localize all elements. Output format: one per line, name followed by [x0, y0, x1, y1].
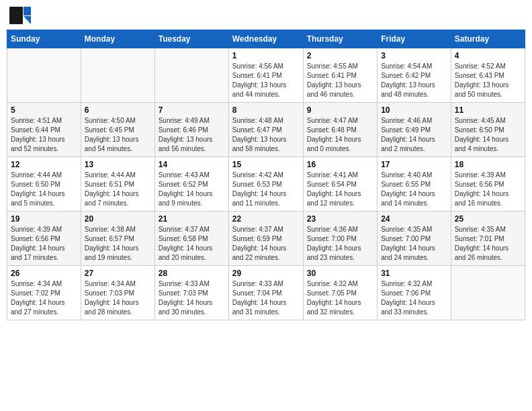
calendar-cell: 13Sunrise: 4:44 AMSunset: 6:51 PMDayligh…	[81, 157, 154, 212]
day-info: Sunrise: 4:55 AMSunset: 6:41 PMDaylight:…	[307, 62, 373, 99]
calendar-cell: 28Sunrise: 4:33 AMSunset: 7:03 PMDayligh…	[154, 266, 228, 320]
calendar-cell: 14Sunrise: 4:43 AMSunset: 6:52 PMDayligh…	[154, 157, 228, 212]
calendar-header-tuesday: Tuesday	[154, 30, 228, 48]
calendar-cell: 30Sunrise: 4:32 AMSunset: 7:05 PMDayligh…	[303, 266, 377, 320]
day-number: 12	[11, 160, 77, 169]
calendar-cell: 25Sunrise: 4:35 AMSunset: 7:01 PMDayligh…	[451, 212, 525, 266]
calendar-cell: 2Sunrise: 4:55 AMSunset: 6:41 PMDaylight…	[303, 48, 377, 103]
page-header	[7, 7, 525, 24]
day-number: 9	[307, 105, 373, 115]
day-number: 26	[11, 269, 77, 278]
calendar-cell: 10Sunrise: 4:46 AMSunset: 6:49 PMDayligh…	[378, 103, 451, 157]
day-info: Sunrise: 4:37 AMSunset: 6:59 PMDaylight:…	[232, 225, 300, 263]
day-info: Sunrise: 4:56 AMSunset: 6:41 PMDaylight:…	[232, 62, 300, 99]
logo-icon	[9, 7, 31, 24]
day-number: 20	[85, 214, 151, 224]
day-info: Sunrise: 4:50 AMSunset: 6:45 PMDaylight:…	[85, 116, 151, 154]
calendar-cell: 5Sunrise: 4:51 AMSunset: 6:44 PMDaylight…	[7, 103, 81, 157]
day-info: Sunrise: 4:34 AMSunset: 7:03 PMDaylight:…	[85, 279, 151, 317]
day-info: Sunrise: 4:35 AMSunset: 7:01 PMDaylight:…	[455, 225, 521, 263]
calendar-cell	[154, 48, 228, 103]
calendar-table: SundayMondayTuesdayWednesdayThursdayFrid…	[7, 30, 525, 320]
svg-rect-0	[9, 7, 23, 24]
day-number: 5	[11, 105, 77, 115]
day-number: 21	[159, 214, 225, 224]
day-info: Sunrise: 4:39 AMSunset: 6:56 PMDaylight:…	[11, 225, 77, 263]
day-info: Sunrise: 4:34 AMSunset: 7:02 PMDaylight:…	[11, 279, 77, 317]
day-number: 28	[159, 269, 225, 278]
day-number: 14	[159, 160, 225, 169]
day-number: 29	[232, 269, 300, 278]
day-number: 4	[455, 51, 521, 60]
calendar-cell: 9Sunrise: 4:47 AMSunset: 6:48 PMDaylight…	[303, 103, 377, 157]
day-info: Sunrise: 4:54 AMSunset: 6:42 PMDaylight:…	[381, 62, 447, 99]
calendar-cell: 8Sunrise: 4:48 AMSunset: 6:47 PMDaylight…	[228, 103, 303, 157]
day-number: 19	[11, 214, 77, 224]
calendar-header-thursday: Thursday	[303, 30, 377, 48]
day-info: Sunrise: 4:38 AMSunset: 6:57 PMDaylight:…	[85, 225, 151, 263]
calendar-cell: 12Sunrise: 4:44 AMSunset: 6:50 PMDayligh…	[7, 157, 81, 212]
day-number: 13	[85, 160, 151, 169]
day-number: 2	[307, 51, 373, 60]
calendar-cell: 3Sunrise: 4:54 AMSunset: 6:42 PMDaylight…	[378, 48, 451, 103]
day-info: Sunrise: 4:33 AMSunset: 7:04 PMDaylight:…	[232, 279, 300, 317]
day-number: 22	[232, 214, 300, 224]
calendar-cell: 6Sunrise: 4:50 AMSunset: 6:45 PMDaylight…	[81, 103, 154, 157]
day-info: Sunrise: 4:33 AMSunset: 7:03 PMDaylight:…	[159, 279, 225, 317]
day-number: 16	[307, 160, 373, 169]
svg-marker-2	[24, 16, 31, 24]
day-info: Sunrise: 4:45 AMSunset: 6:50 PMDaylight:…	[455, 116, 521, 154]
day-info: Sunrise: 4:51 AMSunset: 6:44 PMDaylight:…	[11, 116, 77, 154]
calendar-cell	[81, 48, 154, 103]
day-info: Sunrise: 4:43 AMSunset: 6:52 PMDaylight:…	[159, 171, 225, 208]
day-number: 3	[381, 51, 447, 60]
svg-rect-1	[24, 7, 31, 15]
day-number: 7	[159, 105, 225, 115]
day-info: Sunrise: 4:49 AMSunset: 6:46 PMDaylight:…	[159, 116, 225, 154]
day-info: Sunrise: 4:47 AMSunset: 6:48 PMDaylight:…	[307, 116, 373, 154]
day-info: Sunrise: 4:32 AMSunset: 7:05 PMDaylight:…	[307, 279, 373, 317]
calendar-week-row: 1Sunrise: 4:56 AMSunset: 6:41 PMDaylight…	[7, 48, 525, 103]
calendar-week-row: 5Sunrise: 4:51 AMSunset: 6:44 PMDaylight…	[7, 103, 525, 157]
calendar-cell: 29Sunrise: 4:33 AMSunset: 7:04 PMDayligh…	[228, 266, 303, 320]
day-info: Sunrise: 4:48 AMSunset: 6:47 PMDaylight:…	[232, 116, 300, 154]
calendar-week-row: 19Sunrise: 4:39 AMSunset: 6:56 PMDayligh…	[7, 212, 525, 266]
calendar-cell	[7, 48, 81, 103]
calendar-header-wednesday: Wednesday	[228, 30, 303, 48]
calendar-cell: 26Sunrise: 4:34 AMSunset: 7:02 PMDayligh…	[7, 266, 81, 320]
calendar-cell: 27Sunrise: 4:34 AMSunset: 7:03 PMDayligh…	[81, 266, 154, 320]
calendar-cell: 21Sunrise: 4:37 AMSunset: 6:58 PMDayligh…	[154, 212, 228, 266]
logo	[9, 7, 32, 24]
day-info: Sunrise: 4:36 AMSunset: 7:00 PMDaylight:…	[307, 225, 373, 263]
day-number: 25	[455, 214, 521, 224]
day-info: Sunrise: 4:39 AMSunset: 6:56 PMDaylight:…	[455, 171, 521, 208]
day-number: 11	[455, 105, 521, 115]
calendar-cell: 18Sunrise: 4:39 AMSunset: 6:56 PMDayligh…	[451, 157, 525, 212]
day-number: 1	[232, 51, 300, 60]
calendar-header-sunday: Sunday	[7, 30, 81, 48]
day-number: 27	[85, 269, 151, 278]
day-number: 8	[232, 105, 300, 115]
day-info: Sunrise: 4:46 AMSunset: 6:49 PMDaylight:…	[381, 116, 447, 154]
day-number: 6	[85, 105, 151, 115]
day-info: Sunrise: 4:32 AMSunset: 7:06 PMDaylight:…	[381, 279, 447, 317]
calendar-cell: 4Sunrise: 4:52 AMSunset: 6:43 PMDaylight…	[451, 48, 525, 103]
day-info: Sunrise: 4:42 AMSunset: 6:53 PMDaylight:…	[232, 171, 300, 208]
calendar-cell: 15Sunrise: 4:42 AMSunset: 6:53 PMDayligh…	[228, 157, 303, 212]
calendar-cell: 1Sunrise: 4:56 AMSunset: 6:41 PMDaylight…	[228, 48, 303, 103]
calendar-cell: 31Sunrise: 4:32 AMSunset: 7:06 PMDayligh…	[378, 266, 451, 320]
calendar-cell: 24Sunrise: 4:35 AMSunset: 7:00 PMDayligh…	[378, 212, 451, 266]
day-info: Sunrise: 4:52 AMSunset: 6:43 PMDaylight:…	[455, 62, 521, 99]
calendar-cell: 16Sunrise: 4:41 AMSunset: 6:54 PMDayligh…	[303, 157, 377, 212]
day-number: 30	[307, 269, 373, 278]
calendar-cell: 17Sunrise: 4:40 AMSunset: 6:55 PMDayligh…	[378, 157, 451, 212]
day-number: 17	[381, 160, 447, 169]
day-number: 31	[381, 269, 447, 278]
day-info: Sunrise: 4:41 AMSunset: 6:54 PMDaylight:…	[307, 171, 373, 208]
calendar-cell: 19Sunrise: 4:39 AMSunset: 6:56 PMDayligh…	[7, 212, 81, 266]
day-number: 15	[232, 160, 300, 169]
calendar-cell: 20Sunrise: 4:38 AMSunset: 6:57 PMDayligh…	[81, 212, 154, 266]
calendar-cell	[451, 266, 525, 320]
day-number: 24	[381, 214, 447, 224]
day-info: Sunrise: 4:40 AMSunset: 6:55 PMDaylight:…	[381, 171, 447, 208]
